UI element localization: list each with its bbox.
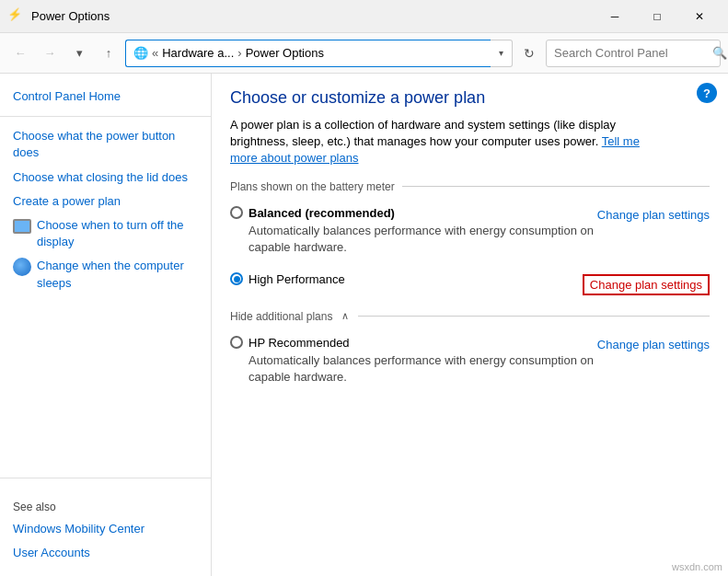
breadcrumb-prefix: Hardware a... (162, 46, 234, 60)
help-button[interactable]: ? (697, 83, 717, 103)
sidebar-link-display[interactable]: Choose when to turn off the display (37, 217, 198, 250)
sidebar-divider-2 (0, 478, 211, 478)
sidebar-user-accounts[interactable]: User Accounts (0, 541, 211, 565)
search-box: 🔍 (546, 40, 721, 67)
plan-hp-recommended-name: HP Recommended (248, 336, 350, 350)
plan-row-balanced: Balanced (recommended) Automatically bal… (230, 202, 710, 259)
app-icon: ⚡ (7, 7, 26, 26)
content-area: ? Choose or customize a power plan A pow… (212, 74, 728, 576)
sidebar-mobility-center[interactable]: Windows Mobility Center (0, 517, 211, 541)
plan-row-hp-recommended: HP Recommended Automatically balances pe… (230, 332, 710, 389)
plan-high-performance-name: High Performance (248, 272, 345, 286)
radio-high-performance[interactable] (230, 272, 243, 285)
watermark: wsxdn.com (672, 561, 722, 572)
sidebar-link-power-button[interactable]: Choose what the power button does (0, 124, 211, 165)
sidebar-link-lid[interactable]: Choose what closing the lid does (0, 166, 211, 190)
collapse-button[interactable]: ∧ (340, 310, 351, 322)
globe-icon (13, 258, 31, 276)
see-also-label: See also (0, 486, 211, 517)
search-icon: 🔍 (712, 46, 727, 60)
sidebar-item-sleep[interactable]: Change when the computer sleeps (0, 254, 211, 294)
forward-button[interactable]: → (37, 40, 63, 66)
plan-balanced-desc: Automatically balances performance with … (248, 223, 597, 256)
breadcrumb-separator: « (152, 46, 158, 60)
breadcrumb-path[interactable]: 🌐 « Hardware a... › Power Options (125, 40, 491, 67)
search-input[interactable] (554, 46, 709, 60)
content-desc-text: A power plan is a collection of hardware… (230, 118, 616, 148)
sidebar-divider-1 (0, 116, 211, 117)
breadcrumb-current: Power Options (246, 46, 324, 60)
plan-row-high-performance: High Performance Change plan settings (230, 269, 710, 299)
content-description: A power plan is a collection of hardware… (230, 117, 653, 167)
sidebar-home-link[interactable]: Control Panel Home (0, 85, 211, 109)
sidebar-link-create-plan[interactable]: Create a power plan (0, 190, 211, 213)
plan-balanced-left: Balanced (recommended) Automatically bal… (230, 206, 597, 256)
main-container: Control Panel Home Choose what the power… (0, 74, 728, 576)
change-plan-hp-recommended-link[interactable]: Change plan settings (597, 338, 710, 351)
plan-hp-recommended-desc: Automatically balances performance with … (248, 352, 597, 386)
change-plan-high-performance-link[interactable]: Change plan settings (583, 274, 710, 295)
plans-section-label: Plans shown on the battery meter (230, 180, 710, 193)
title-bar-title: Power Options (31, 9, 594, 23)
plan-high-performance-name-row: High Performance (230, 272, 583, 286)
hide-plans-label: Hide additional plans ∧ (230, 310, 710, 323)
back-button[interactable]: ← (7, 40, 33, 66)
breadcrumb-arrow: › (237, 46, 241, 60)
maximize-button[interactable]: □ (636, 0, 678, 33)
content-title: Choose or customize a power plan (230, 88, 710, 108)
title-bar: ⚡ Power Options ─ □ ✕ (0, 0, 728, 33)
change-plan-balanced-link[interactable]: Change plan settings (597, 208, 710, 222)
address-combo: 🌐 « Hardware a... › Power Options ▾ (125, 40, 513, 67)
plan-hp-recommended-name-row: HP Recommended (230, 336, 597, 350)
plan-balanced-name: Balanced (recommended) (248, 206, 395, 220)
address-bar: ← → ▾ ↑ 🌐 « Hardware a... › Power Option… (0, 33, 728, 74)
plan-balanced-name-row: Balanced (recommended) (230, 206, 597, 220)
plan-high-performance-left: High Performance (230, 272, 583, 289)
refresh-button[interactable]: ↻ (516, 40, 542, 66)
breadcrumb-dropdown[interactable]: ▾ (491, 40, 513, 67)
monitor-icon (13, 219, 31, 234)
plan-hp-recommended-left: HP Recommended Automatically balances pe… (230, 336, 597, 386)
sidebar-link-sleep[interactable]: Change when the computer sleeps (37, 258, 198, 291)
minimize-button[interactable]: ─ (594, 0, 636, 33)
up-button[interactable]: ↑ (96, 40, 121, 66)
window-controls: ─ □ ✕ (594, 0, 721, 33)
sidebar: Control Panel Home Choose what the power… (0, 74, 212, 576)
radio-hp-recommended[interactable] (230, 336, 243, 349)
radio-balanced[interactable] (230, 206, 243, 219)
dropdown-button[interactable]: ▾ (66, 40, 92, 66)
close-button[interactable]: ✕ (678, 0, 721, 33)
breadcrumb-icon: 🌐 (133, 46, 148, 60)
sidebar-item-display[interactable]: Choose when to turn off the display (0, 213, 211, 254)
